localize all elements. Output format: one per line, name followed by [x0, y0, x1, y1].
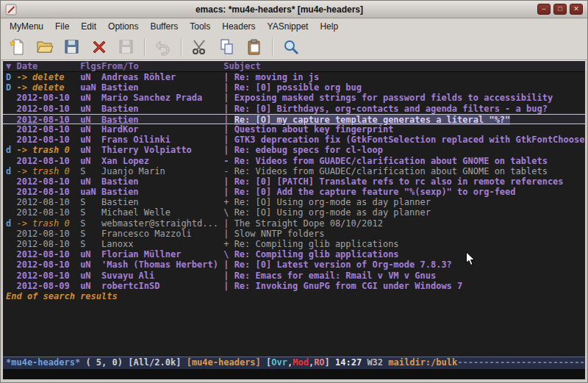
titlebar[interactable]: emacs: *mu4e-headers* [mu4e-headers] –□✕ [1, 1, 587, 18]
message-row[interactable]: 2012-08-10uNHardKor| Question about key … [3, 124, 585, 135]
from-cell: webmaster@straightd... [101, 218, 223, 229]
subject-cell: Re: Videos from GUADEC/clarification abo… [234, 156, 548, 166]
thread-cell: - [223, 166, 234, 176]
menu-item-headers[interactable]: Headers [216, 20, 261, 33]
column-header-from[interactable]: From/To [101, 61, 223, 72]
message-row[interactable]: 2012-08-10uN'Mash (Thomas Herbert)| Re: … [3, 259, 585, 270]
toolbar-search-button[interactable] [280, 37, 302, 57]
from-cell: Bastien [101, 115, 223, 125]
subject-cell: GTK3 deprecation fix (GtkFontSelection r… [234, 135, 585, 145]
thread-cell: | [223, 93, 234, 103]
message-row[interactable]: 2012-08-10uNBastien| Re: [0] [PATCH] Tra… [3, 176, 585, 187]
message-row[interactable]: 2012-08-10uNBastien| Re: [O] my capture … [3, 114, 585, 124]
menu-item-options[interactable]: Options [102, 20, 144, 33]
toolbar-dired-button[interactable] [61, 37, 83, 57]
toolbar-new-file-button[interactable] [7, 37, 29, 57]
flags-cell: uaN [80, 187, 101, 197]
from-cell: Lanoxx [101, 239, 223, 249]
mu4e-headers-buffer[interactable]: ▼ DateFlgsFrom/ToSubject D-> deleteuNAnd… [3, 60, 585, 357]
message-row[interactable]: 2012-08-10SMichael Welle\ Re: [O] Using … [3, 207, 585, 218]
message-row[interactable]: 2012-08-10uNFlorian Müllner\ Re: Compili… [3, 249, 585, 259]
date-cell: -> trash 0 [16, 166, 80, 176]
copy-icon [218, 38, 236, 56]
thread-cell: + [223, 197, 234, 207]
mark-cell [6, 115, 16, 125]
menu-item-yasnippet[interactable]: YASnippet [262, 20, 315, 33]
flags-cell: uN [80, 124, 101, 135]
modeline[interactable]: *mu4e-headers* ( 5, 0) [All/2.0k] [mu4e-… [3, 357, 585, 369]
toolbar-kill-buffer-button[interactable] [88, 37, 110, 57]
flags-cell: uN [80, 93, 101, 103]
message-row[interactable]: d-> trash 0SJuanjo Marin- Re: Videos fro… [3, 166, 585, 176]
subject-cell: Re: Emacs for email: Rmail v VM v Gnus [234, 271, 437, 281]
subject-cell: Re: [0] possible org bug [234, 82, 362, 93]
toolbar-open-file-button[interactable] [34, 37, 56, 57]
subject-cell: Re: Invoking GnuPG from CGI under Window… [234, 281, 463, 291]
message-row[interactable]: D-> deleteuNAndreas Röhler| Re: moving i… [3, 72, 585, 82]
modeline-segment: Mod [293, 357, 309, 368]
column-header-flags[interactable]: Flgs [80, 61, 101, 72]
thread-cell: | [223, 259, 234, 270]
maximize-button[interactable]: □ [553, 4, 567, 15]
flags-cell: uN [80, 271, 101, 281]
message-row[interactable]: 2012-08-09uNrobertcInSD| Re: Invoking Gn… [3, 281, 585, 291]
modeline-segment: [All/2.0k] [128, 357, 186, 368]
undo-icon [154, 38, 172, 56]
thread-cell: | [223, 176, 234, 187]
minimize-button[interactable]: – [537, 4, 551, 15]
column-header-subject[interactable]: Subject [223, 61, 261, 71]
message-row[interactable]: 2012-08-10SLanoxx+ Re: Compiling glib ap… [3, 239, 585, 249]
toolbar-cut-button[interactable] [189, 37, 211, 57]
subject-cell: Re: [0] Birthdays, org-contacts and agen… [234, 104, 548, 114]
cut-icon [191, 38, 209, 56]
message-row[interactable]: 2012-08-10uNSuvayu Ali| Re: Emacs for em… [3, 271, 585, 281]
date-cell: 2012-08-10 [16, 259, 80, 270]
menu-item-mymenu[interactable]: MyMenu [4, 20, 49, 33]
subject-cell: Re: [O] my capture template generates a … [234, 115, 511, 125]
close-button[interactable]: ✕ [570, 4, 583, 15]
thread-cell: | [223, 145, 234, 155]
menu-item-file[interactable]: File [49, 20, 75, 33]
mark-cell [6, 124, 16, 135]
message-row[interactable]: 2012-08-10SFrancesco Mazzoli| Slow NNTP … [3, 229, 585, 239]
message-row[interactable]: d-> trash 0uNThierry Volpiatto| Re: edeb… [3, 145, 585, 155]
from-cell: Bastien [101, 176, 223, 187]
menu-item-edit[interactable]: Edit [75, 20, 102, 33]
toolbar-copy-button[interactable] [216, 37, 238, 57]
search-icon [282, 38, 300, 56]
modeline-segment: W32 [367, 357, 388, 368]
message-row[interactable]: 2012-08-10SBastien+ Re: [O] Using org-mo… [3, 197, 585, 207]
message-row[interactable]: 2012-08-10uNXan Lopez- Re: Videos from G… [3, 156, 585, 166]
subject-cell: Exposing masked strings for password fie… [234, 93, 553, 103]
message-list: D-> deleteuNAndreas Röhler| Re: moving i… [3, 72, 585, 291]
flags-cell: uN [80, 145, 101, 155]
mark-cell [6, 197, 16, 207]
menu-item-tools[interactable]: Tools [184, 20, 216, 33]
message-row[interactable]: 2012-08-10uNMario Sanchez Prada| Exposin… [3, 93, 585, 103]
column-header-date[interactable]: ▼ Date [6, 61, 80, 72]
thread-cell: + [223, 239, 234, 249]
new-file-icon [9, 38, 26, 56]
echo-area[interactable] [3, 369, 585, 379]
toolbar-paste-button[interactable] [243, 37, 265, 57]
flags-cell: S [80, 197, 101, 207]
message-row[interactable]: 2012-08-10uaNBastien| Re: [0] Add the ca… [3, 187, 585, 197]
flags-cell: S [80, 166, 101, 176]
from-cell: Suvayu Ali [101, 271, 223, 281]
thread-cell: | [223, 72, 234, 82]
mark-cell: D [6, 72, 16, 82]
mark-cell [6, 104, 16, 114]
flags-cell: uaN [80, 82, 101, 93]
message-row[interactable]: 2012-08-10uNFrans Oilinki| GTK3 deprecat… [3, 135, 585, 145]
thread-cell: | [223, 271, 234, 281]
from-cell: Florian Müllner [101, 249, 223, 259]
from-cell: HardKor [101, 124, 223, 135]
message-row[interactable]: 2012-08-10uNBastien| Re: [0] Birthdays, … [3, 104, 585, 114]
window-controls: –□✕ [537, 4, 583, 15]
modeline-segment: [mu4e-headers] [187, 357, 266, 368]
modeline-segment: ( 5, 0) [80, 357, 128, 368]
menu-item-buffers[interactable]: Buffers [144, 20, 184, 33]
menu-item-help[interactable]: Help [314, 20, 344, 33]
message-row[interactable]: D-> deleteuaNBastien| Re: [0] possible o… [3, 82, 585, 93]
message-row[interactable]: d-> trash 0Swebmaster@straightd...| The … [3, 218, 585, 229]
